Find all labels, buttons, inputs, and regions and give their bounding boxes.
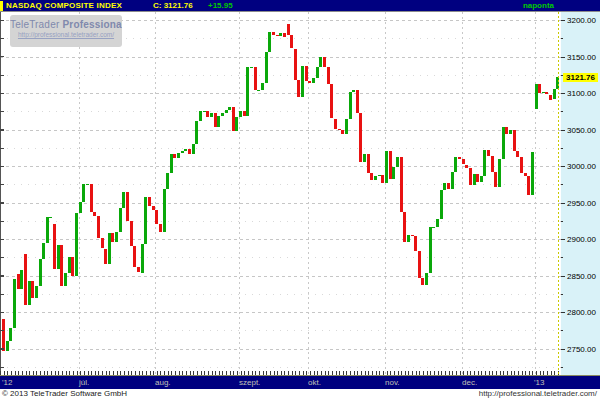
candle-body [217,116,220,128]
price-axis-minor-tick [561,257,563,258]
price-axis-tick [561,312,565,313]
price-axis-tick [561,57,565,58]
candle-body [137,267,140,273]
x-axis-label: dec. [462,378,477,387]
candle-body [119,208,122,231]
candle-body [502,127,505,159]
minor-gridline [0,367,561,368]
candle-body [39,259,42,286]
candle-body [283,33,286,37]
candle-body [42,243,45,259]
major-gridline [0,166,561,167]
candle-body [421,278,424,285]
price-axis[interactable]: 3121.76 3200.003150.003100.003050.003000… [561,12,600,375]
instrument-title: NASDAQ COMPOSITE INDEX [6,1,122,10]
candle-body [440,190,443,219]
price-axis-tick [561,130,565,131]
candle-body [239,111,242,117]
last-price-tag: 3121.76 [563,73,598,82]
minor-gridline [0,111,561,112]
candle-body [111,233,114,242]
candle-body [553,89,556,99]
price-axis-minor-tick [561,294,563,295]
candle-body [327,67,330,85]
candle-body [549,95,552,100]
candle-body [210,113,213,117]
candle-body [141,244,144,273]
candle-body [225,110,228,113]
candle-body [13,279,16,328]
candle-body [9,328,12,341]
candle-body [297,80,300,98]
month-gridline [155,12,156,375]
price-axis-tick [561,166,565,167]
minor-gridline [0,148,561,149]
candle-body [195,121,198,144]
candle-body [104,249,107,264]
price-axis-tick [561,276,565,277]
watermark: TeleTrader Professional http://professio… [10,15,122,47]
candle-body [425,273,428,285]
interval-label[interactable]: naponta [523,1,554,10]
candle-body [414,236,417,251]
watermark-name: TeleTrader Professional [10,19,122,30]
candle-body [152,206,155,210]
candle-body [268,32,271,52]
candle-body [524,173,527,176]
candle-body [443,183,446,190]
candle-body [469,168,472,185]
candle-body [28,281,31,305]
candle-body [232,107,235,131]
month-gridline [79,12,80,375]
candle-body [516,151,519,158]
candle-body [115,232,118,242]
major-gridline [0,276,561,277]
y-axis-label: 3000.00 [567,162,596,171]
candle-body [130,221,133,247]
candle-body [330,84,333,118]
x-axis-label: okt. [308,378,321,387]
candle-body [363,154,366,161]
candle-body [144,197,147,244]
candle-body [276,35,279,36]
footer-url[interactable]: http://professional.teletrader.com/ [479,389,597,398]
change-value: +15.95 [208,1,233,10]
candle-body [46,217,49,243]
y-axis-label: 3100.00 [567,89,596,98]
candle-body [367,154,370,173]
candle-body [538,84,541,93]
candle-body [301,66,304,97]
plot-area[interactable]: TeleTrader Professional http://professio… [0,12,561,375]
candle-body [316,67,319,78]
candle-body [378,175,381,177]
minor-gridline [0,330,561,331]
candle-body [17,274,20,289]
candle-body [246,67,249,116]
candle-wick [185,146,186,157]
candle-body [480,176,483,182]
candle-wick [459,154,460,167]
price-axis-tick [561,93,565,94]
candle-body [257,90,260,91]
candle-body [221,113,224,116]
candle-body [359,113,362,162]
x-axis-label: aug. [155,378,171,387]
candle-body [509,130,512,134]
candle-body [345,119,348,134]
candle-body [323,57,326,67]
candle-wick [273,28,274,43]
last-close-value: C: 3121.76 [153,1,193,10]
x-axis-label: nov. [385,378,400,387]
candle-body [473,174,476,185]
price-axis-tick [561,239,565,240]
candle-body [31,281,34,299]
major-gridline [0,349,561,350]
title-bar: NASDAQ COMPOSITE INDEX C: 3121.76 +15.95… [0,0,600,12]
price-axis-tick [561,20,565,21]
copyright-text: © 2013 TeleTrader Software GmbH [2,389,127,398]
time-axis[interactable]: '12júl.aug.szept.okt.nov.dec.'13 [0,375,600,389]
candle-body [290,35,293,49]
candle-body [261,83,264,90]
price-axis-minor-tick [561,75,563,76]
candle-body [93,212,96,216]
